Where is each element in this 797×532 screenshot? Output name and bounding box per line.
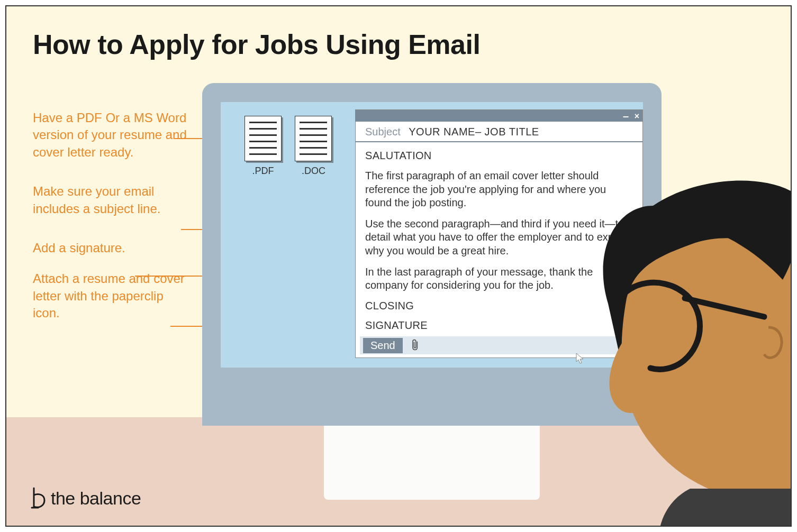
tip-have-pdf: Have a PDF Or a MS Word version of your … [33,109,192,161]
tip-signature: Add a signature. [33,240,192,256]
email-titlebar: – × [356,110,642,122]
tip-attach: Attach a resume and cover letter with th… [33,270,192,322]
close-icon[interactable]: × [635,112,639,121]
minimize-icon[interactable]: – [623,110,629,122]
pdf-document-icon [244,116,282,161]
tip-subject-line: Make sure your email includes a subject … [33,183,192,217]
person-illustration [547,150,792,527]
email-subject-row: Subject YOUR NAME– JOB TITLE [356,122,642,142]
brand-logo: the balance [31,487,141,510]
subject-value[interactable]: YOUR NAME– JOB TITLE [409,126,539,137]
doc-label: .DOC [296,166,331,177]
paperclip-icon[interactable] [410,339,421,352]
monitor-stand [324,426,540,500]
balance-logo-icon [31,487,47,510]
tips-list: Have a PDF Or a MS Word version of your … [33,109,192,344]
pdf-label: .PDF [247,166,279,177]
page-title: How to Apply for Jobs Using Email [33,29,480,60]
subject-label: Subject [365,126,401,137]
doc-document-icon [295,116,332,161]
send-button[interactable]: Send [363,338,403,353]
brand-text: the balance [51,488,141,509]
